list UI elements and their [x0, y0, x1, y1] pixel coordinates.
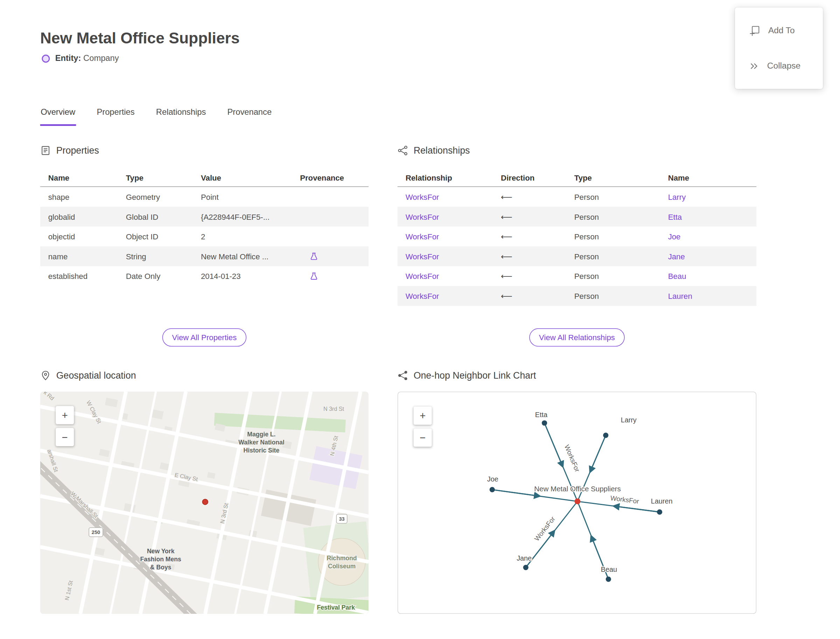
graph-node-etta[interactable]: [542, 420, 547, 426]
relationship-row: WorksFor ⟵ Person Joe: [398, 226, 757, 246]
view-all-properties-button[interactable]: View All Properties: [162, 328, 247, 347]
relationship-type: Person: [574, 272, 668, 280]
property-row: shape Geometry Point: [40, 187, 369, 207]
link-chart-panel[interactable]: + −: [398, 392, 757, 614]
entity-detail-page: New Metal Office Suppliers Entity: Compa…: [0, 0, 840, 639]
graph-node-joe[interactable]: [490, 487, 495, 493]
relationship-link[interactable]: WorksFor: [398, 232, 501, 241]
add-to-icon: [749, 25, 760, 36]
map-panel[interactable]: + −: [40, 392, 369, 614]
property-name: shape: [40, 192, 126, 201]
related-entity-link[interactable]: Lauren: [668, 291, 757, 300]
node-label: Joe: [487, 475, 498, 483]
property-name: name: [40, 252, 126, 261]
provenance-flask-icon[interactable]: [310, 252, 318, 261]
related-entity-link[interactable]: Etta: [668, 212, 757, 221]
relationships-heading-label: Relationships: [414, 145, 470, 156]
svg-text:& Boys: & Boys: [150, 564, 172, 571]
svg-text:New York: New York: [147, 548, 175, 555]
property-row: objectid Object ID 2: [40, 226, 369, 246]
collapse-button[interactable]: Collapse: [749, 51, 823, 81]
node-label: Jane: [517, 554, 531, 562]
graph-node-center[interactable]: [575, 498, 581, 504]
link-chart-section: One-hop Neighbor Link Chart + −: [398, 369, 757, 614]
property-type: Object ID: [126, 232, 201, 241]
property-row: established Date Only 2014-01-23: [40, 266, 369, 286]
entity-type-value: Company: [83, 54, 119, 63]
location-marker: [202, 499, 208, 505]
geospatial-heading: Geospatial location: [40, 369, 369, 383]
relationship-type: Person: [574, 232, 668, 241]
property-row: globalid Global ID {A228944F-0EF5-...: [40, 207, 369, 227]
relationship-link[interactable]: WorksFor: [398, 291, 501, 300]
tab-relationships[interactable]: Relationships: [155, 103, 207, 126]
relationship-link[interactable]: WorksFor: [398, 192, 501, 201]
svg-text:Maggie L.: Maggie L.: [247, 431, 275, 438]
entity-type-icon: [41, 54, 50, 62]
map-zoom-in-button[interactable]: +: [56, 406, 74, 424]
highway-shield-250: 250: [89, 528, 103, 537]
relationships-table: Relationship Direction Type Name WorksFo…: [398, 169, 757, 306]
related-entity-link[interactable]: Beau: [668, 272, 757, 280]
tab-provenance[interactable]: Provenance: [227, 103, 272, 126]
map-zoom-out-button[interactable]: −: [56, 428, 74, 446]
relationships-heading: Relationships: [398, 143, 757, 157]
tab-overview[interactable]: Overview: [40, 103, 76, 126]
graph-node-jane[interactable]: [523, 565, 528, 570]
property-type: Global ID: [126, 212, 201, 221]
relationship-row: WorksFor ⟵ Person Etta: [398, 207, 757, 227]
graph-node-larry[interactable]: [603, 432, 608, 438]
map-canvas[interactable]: 250 33 N 3rd St N 4th St N 3rd St N 1st …: [40, 392, 369, 614]
edge-label: WorksFor: [533, 515, 557, 542]
related-entity-link[interactable]: Jane: [668, 252, 757, 261]
street-label: N 3rd St: [323, 405, 344, 412]
properties-section: Properties Name Type Value Provenance sh…: [40, 143, 369, 286]
chart-zoom-in-button[interactable]: +: [414, 407, 432, 425]
chart-zoom-out-button[interactable]: −: [414, 428, 432, 447]
col-relationship: Relationship: [398, 173, 501, 182]
relationship-link[interactable]: WorksFor: [398, 272, 501, 280]
link-chart-canvas[interactable]: WorksFor WorksFor WorksFor New Metal Off…: [398, 392, 756, 613]
graph-node-lauren[interactable]: [657, 510, 662, 515]
relationship-type: Person: [574, 212, 668, 221]
direction-arrow: ⟵: [501, 252, 574, 261]
relationships-icon: [398, 145, 409, 156]
tab-properties[interactable]: Properties: [96, 103, 135, 126]
property-value: New Metal Office ...: [201, 252, 300, 261]
svg-text:Fashion Mens: Fashion Mens: [140, 556, 181, 563]
poi-label-festival-park: Festival Park: [317, 604, 355, 611]
col-type: Type: [126, 173, 201, 182]
link-chart-heading-label: One-hop Neighbor Link Chart: [414, 370, 536, 381]
svg-text:Richmond: Richmond: [327, 555, 357, 562]
related-entity-link[interactable]: Larry: [668, 192, 757, 201]
relationship-type: Person: [574, 291, 668, 300]
link-chart-heading: One-hop Neighbor Link Chart: [398, 369, 757, 383]
map-pin-icon: [40, 370, 51, 381]
related-entity-link[interactable]: Joe: [668, 232, 757, 241]
graph-node-beau[interactable]: [606, 576, 611, 582]
property-type: String: [126, 252, 201, 261]
geospatial-section: Geospatial location + −: [40, 369, 369, 614]
relationship-link[interactable]: WorksFor: [398, 252, 501, 261]
edge-label: WorksFor: [563, 444, 581, 473]
center-node-label: New Metal Office Suppliers: [534, 485, 620, 493]
properties-table-header: Name Type Value Provenance: [40, 169, 369, 187]
relationship-row: WorksFor ⟵ Person Larry: [398, 187, 757, 207]
provenance-flask-icon[interactable]: [310, 272, 318, 280]
collapse-icon: [749, 61, 759, 71]
actions-menu: Add To Collapse: [735, 7, 823, 89]
col-type: Type: [574, 173, 668, 182]
property-type: Date Only: [126, 272, 201, 280]
view-all-relationships-button[interactable]: View All Relationships: [530, 328, 625, 347]
relationship-row: WorksFor ⟵ Person Jane: [398, 246, 757, 266]
relationship-link[interactable]: WorksFor: [398, 212, 501, 221]
col-name: Name: [668, 173, 757, 182]
direction-arrow: ⟵: [501, 232, 574, 242]
property-name: established: [40, 272, 126, 280]
collapse-label: Collapse: [767, 61, 800, 71]
col-name: Name: [40, 173, 126, 182]
map-zoom-controls: + −: [56, 406, 74, 450]
add-to-button[interactable]: Add To: [749, 15, 823, 46]
property-name: globalid: [40, 212, 126, 221]
properties-heading-label: Properties: [56, 145, 99, 156]
